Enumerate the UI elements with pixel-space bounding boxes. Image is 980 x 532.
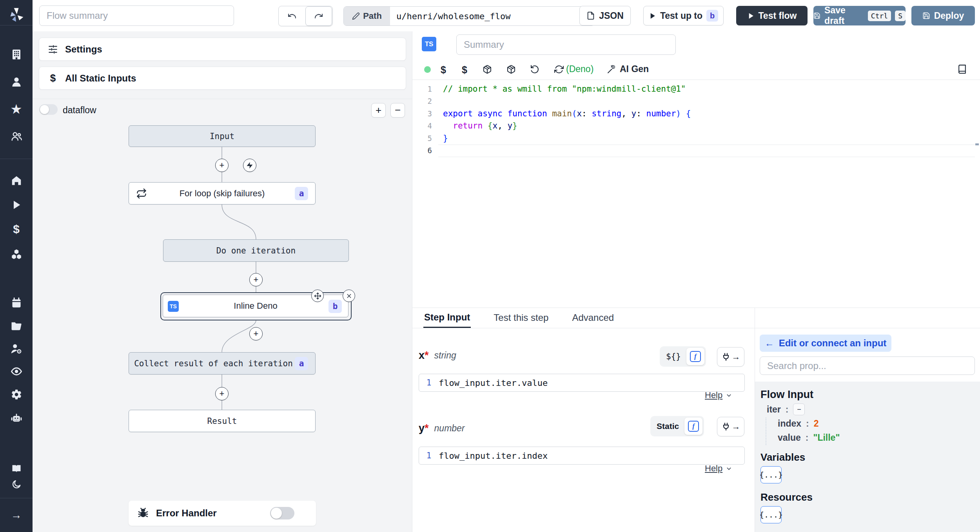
dollar-icon[interactable]: $ [441, 64, 446, 76]
collapse-button[interactable]: − [793, 404, 805, 415]
arg-x-expression-input[interactable]: 1 flow_input.iter.value [419, 374, 745, 392]
sidebar-item-groups[interactable] [0, 340, 33, 357]
flow-node-input[interactable]: Input [129, 125, 316, 147]
trigger-button[interactable] [243, 159, 256, 172]
arg-y-connect-button[interactable]: → [717, 417, 744, 436]
editor-code[interactable]: // import * as wmill from "npm:windmill-… [443, 83, 691, 157]
step-summary-input[interactable] [456, 34, 676, 55]
arg-y-help-link[interactable]: Help [705, 463, 732, 474]
undo-button[interactable] [279, 6, 305, 26]
template-mode-option[interactable]: ${} [661, 352, 686, 361]
editor-line-numbers: 123456 [412, 83, 432, 157]
sidebar-collapse-button[interactable]: → [0, 507, 33, 524]
add-step-button[interactable]: + [249, 273, 263, 286]
search-prop-input[interactable] [760, 356, 975, 375]
redo-button[interactable] [305, 6, 332, 26]
tree-item-iter[interactable]: iter : − [767, 404, 805, 415]
flow-node-for-loop[interactable]: For loop (skip failures) a [129, 182, 316, 204]
kbd-s: S [895, 11, 906, 21]
variables-expand-button[interactable]: {...} [760, 466, 782, 483]
tab-advanced[interactable]: Advanced [571, 308, 615, 328]
save-draft-button[interactable]: Save draft Ctrl S [813, 6, 906, 25]
sidebar-item-docs[interactable] [0, 460, 33, 477]
deploy-button[interactable]: Deploy [911, 6, 975, 25]
test-flow-button[interactable]: Test flow [736, 6, 808, 25]
arg-y-expression-input[interactable]: 1 flow_input.iter.index [419, 447, 745, 465]
static-mode-option[interactable]: Static [652, 422, 684, 431]
prop-tree-section: Flow Input iter : − index : 2 value : "L… [755, 382, 980, 532]
repeat-icon [136, 188, 147, 199]
flow-node-do-one-iteration[interactable]: Do one iteration [163, 239, 349, 262]
sidebar-item-dark-mode[interactable] [0, 476, 33, 493]
rotate-ccw-icon[interactable] [530, 65, 539, 74]
sidebar-divider [0, 498, 33, 498]
add-step-button[interactable]: + [215, 387, 229, 400]
test-up-to-button[interactable]: Test up to b [643, 6, 724, 25]
sidebar-item-variables[interactable]: $ [0, 221, 33, 238]
code-editor-panel: TS Save to workspace $ $ (Deno) AI Gen [412, 31, 980, 308]
scrollbar-marker[interactable] [975, 143, 979, 145]
path-value[interactable]: u/henri/wholesome_flow [390, 7, 594, 25]
add-step-button[interactable]: + [249, 327, 263, 340]
error-handler-toggle[interactable] [270, 507, 294, 519]
function-icon: f [688, 421, 699, 432]
sidebar-item-members[interactable] [0, 128, 33, 145]
sidebar-item-resources[interactable] [0, 246, 33, 263]
arg-x-expression: flow_input.iter.value [439, 378, 548, 388]
kbd-ctrl: Ctrl [868, 11, 891, 21]
sidebar-item-home[interactable] [0, 172, 33, 189]
pencil-icon [352, 12, 360, 20]
sidebar-item-favorites[interactable]: ★ [0, 101, 33, 118]
sidebar-item-schedules[interactable] [0, 294, 33, 311]
deploy-label: Deploy [934, 11, 964, 21]
arrow-right-icon: → [732, 352, 740, 362]
flow-node-inline-deno-selected[interactable]: TS Inline Deno b [160, 292, 352, 320]
step-id-badge: b [328, 300, 342, 313]
sidebar-divider [0, 159, 33, 159]
javascript-mode-option[interactable]: f [684, 418, 702, 435]
add-step-button[interactable]: + [215, 159, 229, 172]
arrow-right-icon: → [732, 422, 740, 432]
undo-redo-group [278, 6, 333, 26]
editor-toolbar: $ $ (Deno) AI Gen [412, 59, 980, 80]
arg-x-label: x* string [419, 349, 456, 362]
tab-step-input[interactable]: Step Input [423, 308, 471, 328]
sidebar-item-workers[interactable] [0, 410, 33, 427]
tree-item-index[interactable]: index : 2 [778, 418, 819, 429]
flow-node-collect[interactable]: Collect result of each iteration a [129, 352, 316, 375]
refresh-icon[interactable] [554, 65, 564, 74]
arg-x-type: string [434, 350, 456, 361]
arg-x-help-link[interactable]: Help [705, 390, 732, 400]
test-up-to-label: Test up to [660, 11, 702, 21]
sidebar-item-runs[interactable] [0, 196, 33, 214]
path-edit-button[interactable]: Path [344, 7, 390, 25]
package-icon[interactable] [483, 65, 492, 74]
edit-or-connect-button[interactable]: ← Edit or connect an input [760, 335, 891, 352]
play-icon [747, 12, 755, 20]
arg-x-connect-button[interactable]: → [717, 347, 744, 367]
sidebar-item-folders[interactable] [0, 317, 33, 335]
book-icon[interactable] [957, 64, 967, 74]
package-icon[interactable] [506, 65, 516, 74]
ai-gen-button[interactable]: AI Gen [607, 64, 649, 74]
json-button[interactable]: JSON [579, 6, 631, 25]
flow-node-result[interactable]: Result [129, 410, 316, 432]
delete-node-button[interactable] [343, 290, 355, 302]
windmill-logo[interactable] [8, 6, 25, 24]
error-handler-label: Error Handler [156, 508, 217, 519]
dollar-icon[interactable]: $ [462, 64, 467, 76]
javascript-mode-option[interactable]: f [686, 348, 704, 365]
flow-summary-input[interactable] [39, 5, 234, 26]
error-handler-card[interactable]: Error Handler [129, 501, 316, 526]
wand-icon [607, 65, 616, 74]
arg-y-label: y* number [419, 422, 465, 434]
tab-test-this-step[interactable]: Test this step [493, 308, 549, 328]
sidebar-item-settings[interactable] [0, 386, 33, 403]
sidebar-item-user[interactable] [0, 73, 33, 90]
sidebar-item-audit-logs[interactable] [0, 363, 33, 380]
move-node-button[interactable] [311, 290, 324, 302]
sidebar-item-workspace[interactable] [0, 46, 33, 63]
ts-badge: TS [422, 37, 436, 51]
tree-item-value[interactable]: value : "Lille" [778, 432, 840, 443]
resources-expand-button[interactable]: {...} [760, 506, 782, 523]
